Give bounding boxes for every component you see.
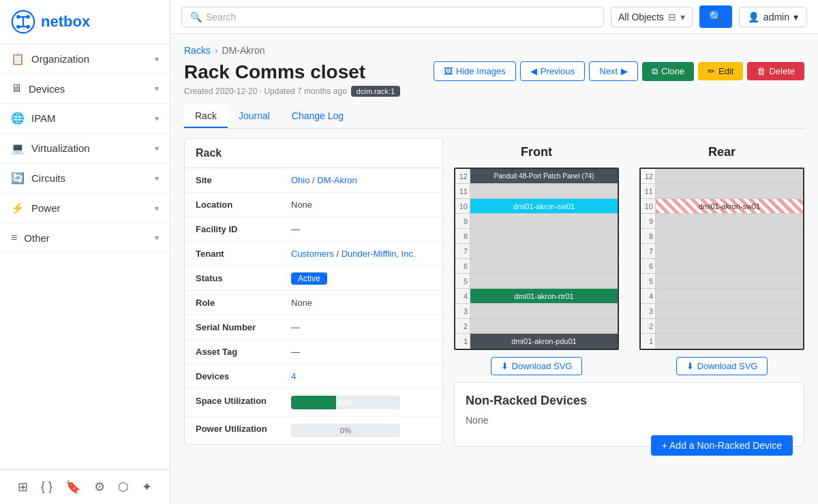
rack-front-row-12: 12 Panduit 48-Port Patch Panel (74): [455, 169, 618, 184]
hide-images-button[interactable]: 🖼 Hide Images: [434, 61, 516, 81]
search-box[interactable]: 🔍: [181, 7, 604, 27]
rack-num-9-front: 9: [455, 214, 470, 228]
sidebar-item-virtualization[interactable]: 💻 Virtualization ▾: [0, 133, 170, 163]
rack-rear-frame: 12 11 10 dmi01-akron-sw01: [639, 168, 804, 350]
bookmark-icon[interactable]: 🔖: [63, 477, 83, 497]
tab-journal[interactable]: Journal: [228, 105, 281, 128]
search-input[interactable]: [206, 12, 595, 22]
rack-slot-7-rear: [656, 244, 803, 258]
rack-num-1-front: 1: [455, 334, 470, 349]
next-button[interactable]: Next ▶: [589, 61, 638, 81]
chevron-down-icon-devices: ▾: [155, 84, 159, 93]
rack-slot-2-rear: [656, 319, 803, 333]
two-column-layout: Rack Site Ohio / DM-Akron: [184, 138, 804, 458]
circuits-icon: 🔄: [11, 172, 25, 185]
rack-num-2-front: 2: [455, 319, 470, 333]
sidebar-item-circuits[interactable]: 🔄 Circuits ▾: [0, 163, 170, 193]
edit-button[interactable]: ✏ Edit: [698, 62, 743, 80]
breadcrumb-parent[interactable]: Racks: [184, 45, 211, 56]
tenant-customers-link[interactable]: Customers: [291, 249, 334, 259]
field-label-tenant: Tenant: [185, 242, 280, 266]
rack-rear-row-6: 6: [641, 259, 803, 274]
rack-num-12-rear: 12: [641, 169, 656, 183]
object-filter-select[interactable]: All Objects ⊟ ▾: [611, 7, 693, 27]
sidebar-label-ipam: IPAM: [31, 112, 56, 124]
field-value-location: None: [280, 193, 442, 217]
rack-fields-table: Site Ohio / DM-Akron Location None: [185, 168, 442, 444]
chevron-down-icon-user: ▾: [793, 12, 798, 22]
tab-changelog[interactable]: Change Log: [281, 105, 354, 128]
rack-rear-section: Rear 12 11 10: [639, 145, 804, 375]
rack-rear-row-8: 8: [641, 229, 803, 244]
add-non-racked-button[interactable]: + Add a Non-Racked Device: [651, 435, 793, 456]
logo: netbox: [0, 0, 170, 44]
rack-slot-12-front[interactable]: Panduit 48-Port Patch Panel (74): [470, 169, 618, 183]
settings-icon[interactable]: ⚙: [91, 477, 108, 497]
previous-button[interactable]: ◀ Previous: [520, 61, 586, 81]
sidebar-footer: ⊞ { } 🔖 ⚙ ⬡ ✦: [0, 469, 170, 504]
topbar: 🔍 All Objects ⊟ ▾ 🔍 👤 admin ▾: [170, 0, 818, 34]
rear-download-wrap: ⬇ Download SVG: [639, 357, 804, 375]
rack-slot-10-rear[interactable]: dmi01-akron-sw01: [656, 199, 803, 213]
field-location: Location None: [185, 193, 442, 217]
field-label-asset-tag: Asset Tag: [185, 340, 280, 364]
rack-rear-row-2: 2: [641, 319, 803, 334]
rack-rear-row-5: 5: [641, 274, 803, 289]
site-dm-akron-link[interactable]: DM-Akron: [317, 175, 357, 185]
field-value-asset-tag: —: [280, 340, 442, 364]
user-menu[interactable]: 👤 admin ▾: [739, 7, 807, 27]
rack-slot-1-front[interactable]: dmi01-akron-pdu01: [470, 334, 618, 349]
rack-front-row-9: 9: [455, 214, 618, 229]
clone-button[interactable]: ⧉ Clone: [642, 62, 694, 81]
rack-slot-12-rear: [656, 169, 803, 183]
field-value-role: None: [280, 291, 442, 315]
clone-icon: ⧉: [652, 66, 658, 77]
search-icon: 🔍: [190, 12, 202, 22]
rack-num-4-front: 4: [455, 289, 470, 303]
delete-button[interactable]: 🗑 Delete: [747, 62, 804, 80]
rack-front-frame: 12 Panduit 48-Port Patch Panel (74) 11 1…: [454, 168, 619, 350]
code-icon[interactable]: { }: [38, 477, 55, 497]
sidebar-item-devices[interactable]: 🖥 Devices ▾: [0, 74, 170, 104]
rack-slot-11-front: [470, 184, 618, 198]
sidebar-item-ipam[interactable]: 🌐 IPAM ▾: [0, 104, 170, 133]
sidebar-item-power[interactable]: ⚡ Power ▾: [0, 193, 170, 223]
edit-icon: ✏: [708, 66, 715, 76]
rack-front-row-10: 10 dmi01-akron-sw01: [455, 199, 618, 214]
tenant-dunder-mifflin-link[interactable]: Dunder-Mifflin, Inc.: [342, 249, 416, 259]
rack-slot-4-front[interactable]: dmi01-akron-rtr01: [470, 289, 618, 303]
site-ohio-link[interactable]: Ohio: [291, 175, 309, 185]
sidebar-item-organization[interactable]: 📋 Organization ▾: [0, 44, 170, 74]
plugin-icon[interactable]: ✦: [139, 477, 155, 497]
devices-icon: 🖥: [11, 82, 22, 95]
field-label-location: Location: [185, 193, 280, 217]
devices-count-link[interactable]: 4: [291, 371, 296, 381]
rack-front-row-5: 5: [455, 274, 618, 289]
user-label: admin: [763, 12, 789, 22]
breadcrumb-separator: ›: [215, 45, 218, 56]
chevron-down-icon-other: ▾: [155, 233, 159, 242]
rack-slot-4-rear: [656, 289, 803, 303]
page-header: Rack Comms closet 🖼 Hide Images ◀ Previo…: [184, 61, 804, 83]
meta-text: Created 2020-12-20 · Updated 7 months ag…: [184, 86, 347, 96]
rack-rear-row-7: 7: [641, 244, 803, 259]
non-racked-devices-card: Non-Racked Devices None + Add a Non-Rack…: [454, 382, 804, 447]
chevron-down-icon-power: ▾: [155, 204, 159, 213]
rack-num-11-front: 11: [455, 184, 470, 198]
field-site: Site Ohio / DM-Akron: [185, 168, 442, 193]
page-title: Rack Comms closet: [184, 61, 365, 83]
netbox-logo-icon: [11, 10, 35, 34]
github-icon[interactable]: ⬡: [115, 477, 132, 497]
sidebar-item-other[interactable]: ≡ Other ▾: [0, 223, 170, 253]
table-icon[interactable]: ⊞: [15, 477, 31, 497]
search-button[interactable]: 🔍: [699, 5, 732, 28]
rack-slot-10-front[interactable]: dmi01-akron-sw01: [470, 199, 618, 213]
tab-rack[interactable]: Rack: [184, 105, 228, 128]
rack-rear-row-9: 9: [641, 214, 803, 229]
left-column: Rack Site Ohio / DM-Akron: [184, 138, 443, 458]
svg-point-5: [27, 15, 30, 18]
rear-download-svg-button[interactable]: ⬇ Download SVG: [676, 357, 768, 375]
power-utilization-bar: 0%: [291, 424, 400, 437]
breadcrumb-current: DM-Akron: [222, 45, 265, 56]
front-download-svg-button[interactable]: ⬇ Download SVG: [491, 357, 583, 375]
